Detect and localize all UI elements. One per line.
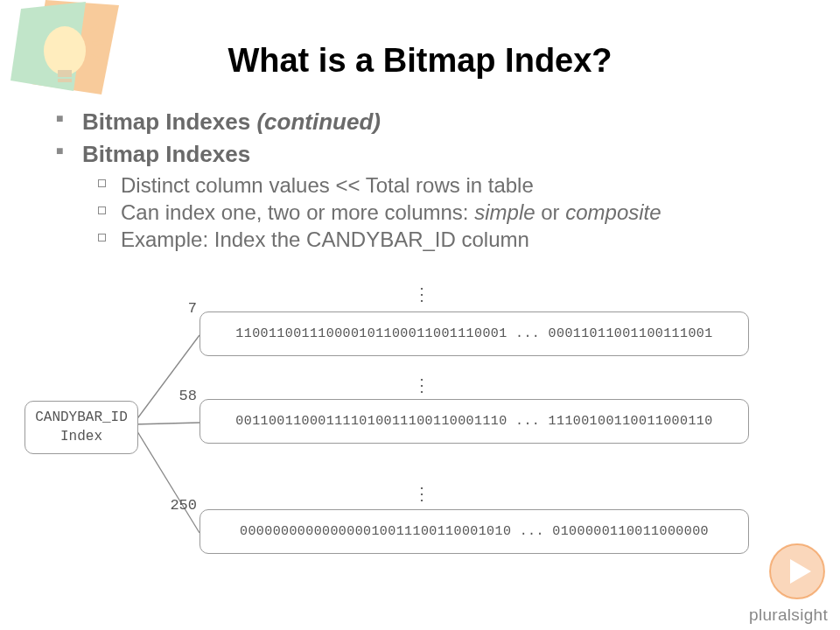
subbullet-text-italic: simple: [474, 200, 535, 224]
subbullet-text: Can index one, two or more columns:: [121, 200, 474, 224]
play-button[interactable]: [768, 542, 826, 600]
subbullet-text: or: [536, 200, 566, 224]
index-root-box: CANDYBAR_ID Index: [24, 401, 138, 454]
slide-title: What is a Bitmap Index?: [0, 42, 840, 80]
bitmap-row-58: 001100110001111010011100110001110 ... 11…: [200, 399, 749, 444]
bitmap-index-diagram: CANDYBAR_ID Index ⋮ 7 110011001110000101…: [0, 271, 840, 578]
bitmap-key-7: 7: [162, 300, 197, 317]
index-label-line2: Index: [60, 429, 102, 444]
vertical-ellipsis: ⋮: [411, 284, 432, 305]
slide-bullets: Bitmap Indexes (continued) Bitmap Indexe…: [52, 103, 788, 255]
bitmap-key-58: 58: [162, 388, 197, 404]
vertical-ellipsis: ⋮: [411, 483, 432, 505]
bitmap-key-250: 250: [162, 497, 197, 514]
bullet-bitmap-indexes: Bitmap Indexes: [52, 141, 788, 168]
vertical-ellipsis: ⋮: [411, 374, 432, 396]
bitmap-row-250: 000000000000000010011100110001010 ... 01…: [200, 509, 749, 554]
play-icon: [768, 542, 826, 600]
subbullet-text-italic: composite: [565, 200, 661, 224]
subbullet-simple-composite: Can index one, two or more columns: simp…: [94, 200, 788, 225]
svg-line-6: [133, 423, 200, 424]
bitmap-row-7: 110011001110000101100011001110001 ... 00…: [200, 312, 749, 356]
subbullet-example: Example: Index the CANDYBAR_ID column: [94, 228, 788, 252]
bullet-text: Bitmap Indexes: [82, 108, 256, 135]
bullet-bitmap-indexes-continued: Bitmap Indexes (continued): [52, 108, 788, 136]
bullet-text-italic: (continued): [256, 108, 381, 135]
index-label-line1: CANDYBAR_ID: [35, 410, 128, 425]
svg-line-5: [133, 335, 200, 424]
svg-line-7: [133, 424, 200, 533]
brand-label: pluralsight: [749, 606, 828, 625]
subbullet-distinct-values: Distinct column values << Total rows in …: [94, 173, 788, 198]
